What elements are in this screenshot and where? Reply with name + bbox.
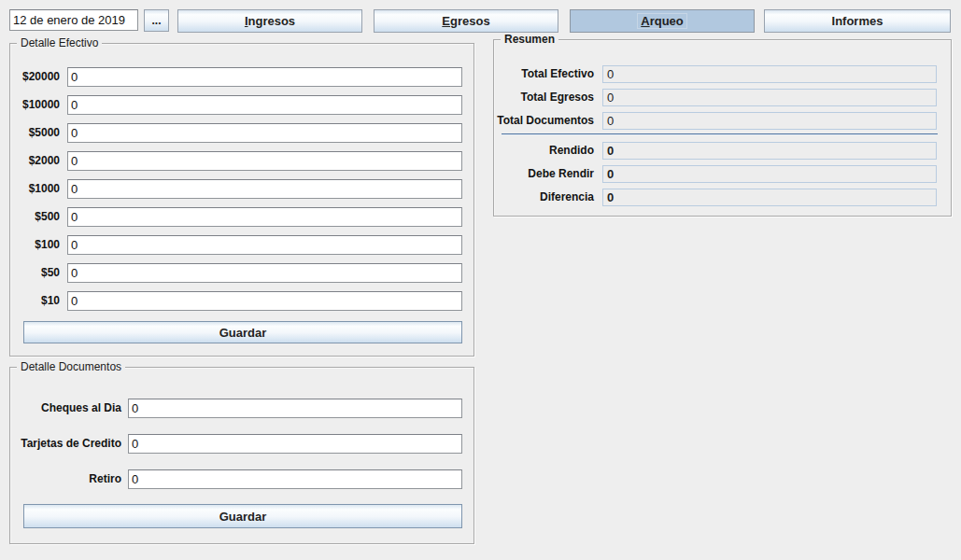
- nav-button-label: Informes: [832, 14, 883, 28]
- guardar-efectivo-button[interactable]: Guardar: [23, 321, 462, 343]
- denom-100-input[interactable]: [67, 235, 462, 255]
- denom-20000-label: $20000: [22, 70, 60, 84]
- retiro-label: Retiro: [89, 472, 121, 486]
- denom-10000-input[interactable]: [67, 95, 462, 115]
- guardar-documentos-button[interactable]: Guardar: [23, 504, 462, 528]
- denom-5000-input[interactable]: [67, 123, 462, 143]
- resumen-separator: [502, 133, 938, 135]
- date-input[interactable]: [9, 9, 138, 31]
- total-egresos-label: Total Egresos: [521, 91, 594, 105]
- cheques-al-dia-input[interactable]: [128, 399, 462, 418]
- cheques-al-dia-label: Cheques al Dia: [41, 401, 121, 415]
- total-documentos-value: 0: [602, 112, 937, 130]
- tarjetas-de-credito-label: Tarjetas de Credito: [21, 437, 121, 451]
- nav-button-egresos[interactable]: Egresos: [374, 9, 558, 33]
- diferencia-label: Diferencia: [540, 190, 594, 204]
- guardar-button-label: Guardar: [219, 326, 267, 340]
- denom-20000-input[interactable]: [67, 67, 462, 87]
- denom-10-label: $10: [41, 294, 60, 308]
- retiro-input[interactable]: [128, 469, 462, 489]
- group-title: Detalle Documentos: [17, 360, 125, 373]
- denom-500-label: $500: [35, 210, 60, 224]
- total-efectivo-label: Total Efectivo: [521, 67, 594, 81]
- denom-1000-input[interactable]: [67, 179, 462, 199]
- denom-500-input[interactable]: [67, 207, 462, 227]
- total-egresos-value: 0: [602, 89, 937, 106]
- diferencia-value: 0: [602, 189, 937, 206]
- nav-button-arqueo[interactable]: Arqueo: [570, 9, 755, 33]
- ellipsis-icon: ...: [151, 14, 161, 28]
- guardar-button-label: Guardar: [219, 510, 267, 524]
- denom-50-label: $50: [41, 266, 60, 280]
- denom-1000-label: $1000: [29, 182, 60, 196]
- denom-2000-input[interactable]: [67, 151, 462, 171]
- nav-button-label: Arqueo: [637, 13, 687, 29]
- group-title: Resumen: [501, 33, 558, 46]
- resumen-group: Resumen Total Efectivo 0 Total Egresos 0…: [493, 39, 952, 217]
- denom-50-input[interactable]: [67, 263, 462, 283]
- debe-rendir-value: 0: [602, 165, 937, 183]
- total-efectivo-value: 0: [602, 65, 937, 83]
- detalle-documentos-group: Detalle Documentos Cheques al Dia Tarjet…: [9, 367, 474, 544]
- denom-2000-label: $2000: [29, 154, 60, 168]
- denom-100-label: $100: [35, 238, 60, 252]
- nav-button-informes[interactable]: Informes: [764, 9, 951, 33]
- nav-button-ingresos[interactable]: Ingresos: [177, 9, 362, 33]
- total-documentos-label: Total Documentos: [497, 114, 594, 128]
- denom-10000-label: $10000: [22, 98, 60, 112]
- nav-button-label: Egresos: [442, 14, 489, 28]
- rendido-value: 0: [602, 142, 937, 160]
- denom-5000-label: $5000: [29, 126, 60, 140]
- group-title: Detalle Efectivo: [17, 36, 102, 49]
- debe-rendir-label: Debe Rendir: [528, 167, 594, 181]
- tarjetas-de-credito-input[interactable]: [128, 434, 462, 454]
- date-browse-button[interactable]: ...: [144, 9, 169, 32]
- nav-button-label: Ingresos: [245, 14, 295, 28]
- rendido-label: Rendido: [549, 144, 594, 158]
- detalle-efectivo-group: Detalle Efectivo $20000 $10000 $5000 $20…: [9, 43, 474, 357]
- denom-10-input[interactable]: [67, 291, 462, 311]
